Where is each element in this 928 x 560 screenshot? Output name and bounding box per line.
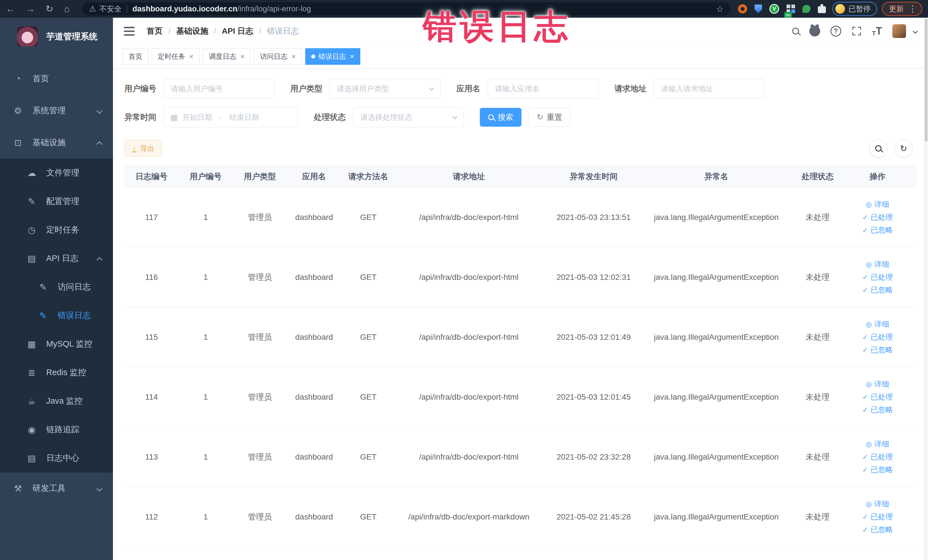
extension-orange-icon[interactable] [738, 4, 747, 14]
scrollbar-thumb[interactable] [925, 19, 927, 142]
op-processed-link[interactable]: ✓ 已处理 [862, 212, 893, 222]
tab-home[interactable]: 首页 [123, 48, 148, 65]
cell-log-id: 115 [124, 333, 179, 342]
extension-v-icon[interactable]: V [769, 4, 779, 14]
sidebar-item-mysql[interactable]: ▦ MySQL 监控 [0, 330, 113, 358]
menu-kebab-icon[interactable]: ⋮ [908, 5, 917, 13]
sidebar-item-redis[interactable]: ≣ Redis 监控 [0, 358, 113, 387]
cell-status: 未处理 [788, 392, 847, 403]
cell-app-name: dashboard [287, 213, 341, 222]
breadcrumb-api-log[interactable]: API 日志 [222, 26, 253, 37]
op-ignored-link[interactable]: ✓ 已忽略 [862, 285, 893, 295]
search-icon[interactable] [792, 27, 799, 35]
forward-arrow-icon[interactable]: → [26, 4, 35, 14]
export-button[interactable]: ↓ 导出 [124, 140, 162, 157]
op-ignored-link[interactable]: ✓ 已忽略 [862, 225, 893, 235]
op-detail-link[interactable]: ◎ 详细 [866, 319, 889, 329]
cell-status: 未处理 [788, 332, 847, 343]
tab-job[interactable]: 定时任务 × [152, 48, 199, 65]
cell-operations: ◎ 详细 ✓ 已处理 ✓ 已忽略 [847, 259, 907, 295]
tab-error-log[interactable]: 错误日志 × [305, 48, 360, 65]
user-id-input[interactable] [164, 79, 275, 99]
op-processed-link[interactable]: ✓ 已处理 [862, 332, 893, 342]
sidebar-item-java[interactable]: ☕ Java 监控 [0, 387, 113, 415]
home-icon[interactable]: ⌂ [64, 4, 70, 14]
github-icon[interactable] [809, 26, 820, 37]
logo-avatar [17, 26, 38, 46]
sidebar-item-home[interactable]: ◔ 首页 [0, 63, 113, 95]
user-type-select[interactable]: 请选择用户类型 [330, 79, 441, 99]
extensions-puzzle-icon[interactable] [818, 6, 826, 13]
breadcrumb-infra[interactable]: 基础设施 [176, 26, 208, 37]
sidebar-item-infra[interactable]: ⊡ 基础设施 [0, 127, 113, 159]
op-processed-link[interactable]: ✓ 已处理 [862, 392, 893, 402]
sidebar-logo[interactable]: 芋道管理系统 [0, 18, 113, 55]
sidebar-item-system[interactable]: ⚙ 系统管理 [0, 95, 113, 127]
close-icon[interactable]: × [189, 53, 194, 60]
caret-down-icon[interactable] [913, 29, 918, 34]
extension-grid-icon[interactable]: on [786, 5, 795, 13]
close-icon[interactable]: × [350, 53, 354, 60]
sidebar-item-job[interactable]: ◷ 定时任务 [0, 216, 113, 244]
field-exception-time: 异常时间 ▦ 开始日期 - 结束日期 [124, 107, 298, 127]
font-size-icon[interactable]: TT [872, 25, 882, 37]
filter-row-2: 异常时间 ▦ 开始日期 - 结束日期 处理状态 请选择处理状态 [124, 107, 917, 127]
op-ignored-link[interactable]: ✓ 已忽略 [862, 465, 893, 475]
request-url-input[interactable] [654, 79, 765, 99]
date-range-picker[interactable]: ▦ 开始日期 - 结束日期 [164, 107, 298, 127]
op-detail-link[interactable]: ◎ 详细 [866, 379, 889, 389]
browser-update-chip[interactable]: 更新 ⋮ [882, 2, 922, 16]
op-ignored-link[interactable]: ✓ 已忽略 [862, 525, 893, 535]
sidebar-item-error-log[interactable]: ✎ 错误日志 [0, 301, 113, 330]
op-processed-link[interactable]: ✓ 已处理 [862, 272, 893, 282]
tab-access-log[interactable]: 访问日志 × [254, 48, 302, 65]
sidebar-item-devtools[interactable]: ⚒ 研发工具 [0, 472, 113, 504]
help-icon[interactable]: ? [830, 26, 841, 37]
op-processed-link[interactable]: ✓ 已处理 [862, 452, 893, 462]
op-detail-link[interactable]: ◎ 详细 [866, 200, 889, 209]
app-name-input[interactable] [488, 79, 598, 99]
sidebar-item-log-center[interactable]: ▤ 日志中心 [0, 444, 113, 472]
refresh-button[interactable]: ↻ [894, 139, 913, 157]
extension-sprout-icon[interactable] [803, 5, 810, 13]
op-ignored-link[interactable]: ✓ 已忽略 [862, 345, 893, 355]
reload-icon[interactable]: ↻ [46, 4, 53, 14]
breadcrumb-home[interactable]: 首页 [147, 26, 163, 37]
search-button[interactable]: 搜索 [480, 108, 522, 127]
op-processed-link[interactable]: ✓ 已处理 [862, 512, 893, 522]
tab-job-log[interactable]: 调度日志 × [203, 48, 250, 65]
op-ignored-link[interactable]: ✓ 已忽略 [862, 405, 893, 415]
extension-shield-icon[interactable] [754, 5, 762, 13]
handwritten-annotation: 错误日志 [423, 4, 571, 50]
fullscreen-icon[interactable] [852, 26, 862, 36]
cell-user-id: 1 [179, 512, 233, 522]
field-app-name: 应用名 [456, 79, 598, 99]
user-avatar[interactable] [892, 24, 906, 38]
bookmark-star-icon[interactable]: ☆ [716, 4, 724, 14]
warning-icon: ⚠ [89, 4, 96, 14]
process-status-select[interactable]: 请选择处理状态 [353, 107, 464, 127]
cell-exception-time: 2021-05-03 12:02:31 [542, 273, 645, 282]
sidebar-item-access-log[interactable]: ✎ 访问日志 [0, 273, 113, 301]
close-icon[interactable]: × [291, 53, 296, 60]
address-bar[interactable]: ⚠ 不安全 dashboard.yudao.iocoder.cn /infra/… [82, 2, 731, 15]
op-detail-link[interactable]: ◎ 详细 [866, 259, 889, 269]
page-scrollbar[interactable] [924, 18, 928, 560]
sidebar-item-api-log[interactable]: ▤ API 日志 [0, 244, 113, 273]
hamburger-icon[interactable] [124, 27, 135, 36]
profile-paused-pill[interactable]: 已暂停 [832, 2, 877, 16]
back-arrow-icon[interactable]: ← [6, 4, 15, 14]
sidebar-item-config[interactable]: ✎ 配置管理 [0, 187, 113, 216]
cell-user-id: 1 [179, 213, 233, 222]
reset-button[interactable]: ↻ 重置 [528, 108, 570, 127]
check-icon: ✓ [862, 274, 868, 281]
tools-icon: ⚒ [12, 483, 23, 494]
sidebar-item-trace[interactable]: ◉ 链路追踪 [0, 415, 113, 444]
cell-exception-name: java.lang.IllegalArgumentException [645, 333, 788, 342]
op-detail-link[interactable]: ◎ 详细 [866, 499, 889, 509]
toggle-search-button[interactable] [869, 139, 887, 157]
op-detail-link[interactable]: ◎ 详细 [866, 439, 889, 449]
check-icon: ✓ [862, 514, 868, 520]
close-icon[interactable]: × [240, 53, 244, 60]
sidebar-item-file[interactable]: ☁ 文件管理 [0, 159, 113, 187]
